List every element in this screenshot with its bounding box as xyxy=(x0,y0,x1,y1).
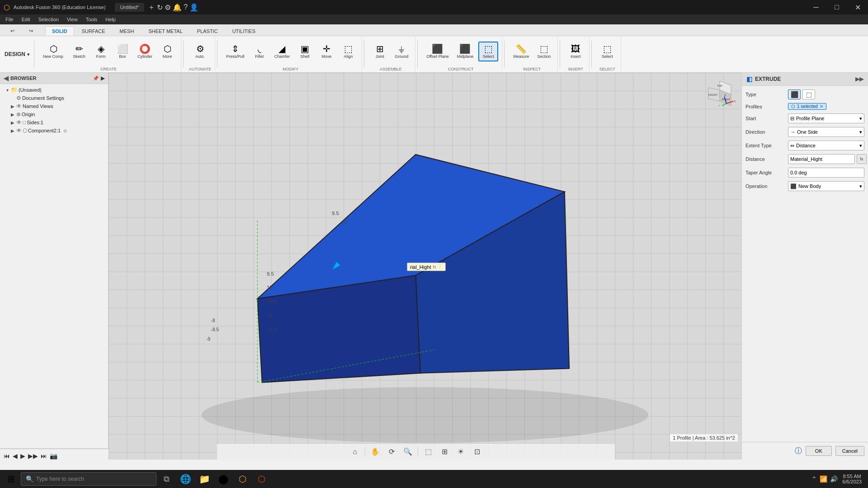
automate-btn[interactable]: ⚙ Auto. xyxy=(190,42,210,61)
move-btn[interactable]: ✛ Move xyxy=(316,42,336,61)
grid-btn[interactable]: ⊞ xyxy=(438,446,451,458)
tab-solid[interactable]: SOLID xyxy=(45,26,74,36)
box-btn[interactable]: ⬜ Box xyxy=(113,42,132,61)
tree-toggle-5[interactable]: ▶ xyxy=(10,128,15,133)
zoom-btn[interactable]: 🔍 xyxy=(401,446,414,458)
annotation-tooltip[interactable]: rial_Hight fx ⋮ xyxy=(407,263,446,271)
annotation-more-icon[interactable]: ⋮ xyxy=(438,264,443,270)
menu-view[interactable]: View xyxy=(63,16,81,23)
home-view-btn[interactable]: ⌂ xyxy=(349,446,361,458)
document-tab[interactable]: Untitled* xyxy=(115,3,145,12)
press-pull-btn[interactable]: ⇕ Press/Pull xyxy=(223,42,248,61)
type-extrude-btn[interactable]: ⬛ xyxy=(788,89,801,99)
network-icon[interactable]: 📶 xyxy=(820,475,827,483)
type-thin-btn[interactable]: ⬚ xyxy=(802,89,815,99)
taskbar-time[interactable]: 8:55 AM 6/6/2023 xyxy=(842,474,862,484)
browser-expand-icon[interactable]: ▶ xyxy=(101,75,104,81)
direction-select[interactable]: → One Side ▾ xyxy=(788,127,864,137)
browser-collapse-btn[interactable]: ◀ xyxy=(4,75,9,82)
tab-plastic[interactable]: PLASTIC xyxy=(190,26,225,36)
design-dropdown[interactable]: DESIGN ▾ xyxy=(0,41,34,68)
app1-btn[interactable]: ⬡ xyxy=(233,470,251,488)
tree-toggle-3[interactable]: ▶ xyxy=(10,112,15,117)
fillet-btn[interactable]: ◟ Fillet xyxy=(250,42,269,61)
select-label[interactable]: SELECT xyxy=(599,66,615,71)
menu-tools[interactable]: Tools xyxy=(82,16,101,23)
form-btn[interactable]: ◈ Form xyxy=(91,42,111,61)
construct-label[interactable]: CONSTRUCT xyxy=(448,66,474,71)
viewcube-svg[interactable]: TOP FRONT RIGHT X Z Y xyxy=(702,76,738,113)
new-tab-icon[interactable]: ＋ xyxy=(148,3,155,12)
more-create-btn[interactable]: ⬡ More xyxy=(157,42,177,61)
menu-file[interactable]: File xyxy=(2,16,17,23)
tab-utilities[interactable]: UTILITIES xyxy=(226,26,262,36)
tree-sides[interactable]: ▶ 👁 □ Sides:1 xyxy=(0,118,108,127)
measure-btn[interactable]: 📏 Measure xyxy=(510,42,532,61)
tab-mesh[interactable]: MESH xyxy=(113,26,141,36)
cancel-button[interactable]: Cancel xyxy=(835,446,864,456)
menu-edit[interactable]: Edit xyxy=(18,16,34,23)
joint-btn[interactable]: ⊞ Joint xyxy=(370,42,390,61)
volume-icon[interactable]: 🔊 xyxy=(830,475,838,483)
select-tool-btn[interactable]: ⬚ Select xyxy=(597,42,617,61)
tab-undo[interactable]: ↩ xyxy=(4,26,21,36)
tab-surface[interactable]: SURFACE xyxy=(75,26,112,36)
info-icon[interactable]: ⓘ xyxy=(795,446,802,456)
menu-selection[interactable]: Selection xyxy=(35,16,62,23)
tab-redo[interactable]: ↪ xyxy=(22,26,40,36)
environment-btn[interactable]: ☀ xyxy=(454,446,467,458)
camera-btn[interactable]: 📷 xyxy=(50,452,57,460)
task-view-btn[interactable]: ⧉ xyxy=(157,470,175,488)
tree-toggle-0[interactable]: ▾ xyxy=(5,88,10,93)
ok-button[interactable]: OK xyxy=(806,446,832,456)
insert-label[interactable]: INSERT xyxy=(568,66,583,71)
help-icon[interactable]: ? xyxy=(184,3,188,11)
select-btn[interactable]: ⬚ Select xyxy=(478,42,498,61)
chevron-up-icon[interactable]: ⌃ xyxy=(811,475,817,483)
inspect-label[interactable]: INSPECT xyxy=(523,66,541,71)
section-analysis-btn[interactable]: ⬚ Section xyxy=(534,42,554,61)
sketch-btn[interactable]: ✏ Sketch xyxy=(69,42,89,61)
midplane-btn[interactable]: ⬛ Midplane xyxy=(454,42,477,61)
skip-start-btn[interactable]: ⏮ xyxy=(4,452,10,460)
chamfer-btn[interactable]: ◢ Chamfer xyxy=(271,42,293,61)
start-select[interactable]: ⊟ Profile Plane ▾ xyxy=(788,113,864,123)
create-label[interactable]: CREATE xyxy=(100,66,117,71)
cylinder-btn[interactable]: ⭕ Cylinder xyxy=(134,42,156,61)
settings-icon[interactable]: ⚙ xyxy=(165,3,171,12)
play-btn[interactable]: ▶ xyxy=(20,452,25,460)
distance-fx-btn[interactable]: fx xyxy=(857,154,867,164)
browser-pin-icon[interactable]: 📌 xyxy=(93,75,99,81)
edge-btn[interactable]: 🌐 xyxy=(176,470,194,488)
maximize-button[interactable]: □ xyxy=(826,0,847,14)
tree-toggle-2[interactable]: ▶ xyxy=(10,104,15,109)
chrome-btn[interactable]: ⬤ xyxy=(214,470,232,488)
new-component-btn[interactable]: ⬡ New Comp. xyxy=(40,42,67,61)
assemble-label[interactable]: ASSEMBLE xyxy=(380,66,402,71)
ground-btn[interactable]: ⏚ Ground xyxy=(392,42,411,61)
tree-toggle-4[interactable]: ▶ xyxy=(10,120,15,125)
modify-label[interactable]: MODIFY xyxy=(283,66,298,71)
effects-btn[interactable]: ⊡ xyxy=(471,446,483,458)
tree-root[interactable]: ▾ 📁 (Unsaved) xyxy=(0,86,108,94)
taper-angle-input[interactable]: 0.0 deg xyxy=(788,168,864,178)
bell-icon[interactable]: 🔔 xyxy=(173,3,182,12)
panel-collapse-btn[interactable]: ▶▶ xyxy=(855,76,863,82)
windows-start-btn[interactable]: ⊞ xyxy=(2,470,20,488)
refresh-icon[interactable]: ↻ xyxy=(157,3,163,12)
profiles-badge[interactable]: ⬡ 1 selected ✕ xyxy=(788,103,826,110)
display-mode-btn[interactable]: ⬚ xyxy=(422,446,434,458)
explorer-btn[interactable]: 📁 xyxy=(195,470,213,488)
account-icon[interactable]: 👤 xyxy=(189,3,198,12)
app2-btn[interactable]: ⬡ xyxy=(252,470,270,488)
pan-btn[interactable]: ✋ xyxy=(369,446,382,458)
extent-type-select[interactable]: ⇔ Distance ▾ xyxy=(788,141,864,150)
viewport[interactable]: 9.5 10 10.5 11 11.5 9.5 10 -9 -8.5 -8 ri… xyxy=(108,73,741,460)
tree-named-views[interactable]: ▶ 👁 Named Views xyxy=(0,102,108,110)
close-button[interactable]: ✕ xyxy=(847,0,868,14)
viewcube[interactable]: TOP FRONT RIGHT X Z Y xyxy=(702,76,738,113)
insert-image-btn[interactable]: 🖼 Insert xyxy=(566,42,585,61)
tree-origin[interactable]: ▶ ⊕ Origin xyxy=(0,110,108,118)
taskbar-search[interactable]: 🔍 Type here to search xyxy=(21,472,156,486)
offset-plane-btn[interactable]: ⬛ Offset Plane xyxy=(423,42,452,61)
